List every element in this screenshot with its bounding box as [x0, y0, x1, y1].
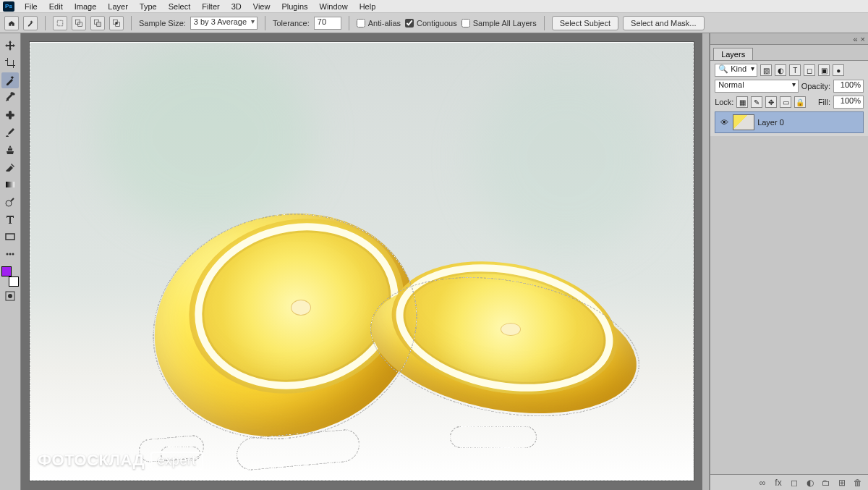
filter-toggle-icon[interactable]: ●	[833, 64, 844, 76]
options-bar: Sample Size: 3 by 3 Average Tolerance: 7…	[0, 13, 868, 33]
tolerance-input[interactable]: 70	[314, 17, 341, 30]
menu-layer[interactable]: Layer	[102, 2, 134, 11]
home-icon[interactable]	[4, 16, 19, 30]
type-tool-icon[interactable]	[1, 211, 19, 227]
delete-layer-icon[interactable]: 🗑	[852, 477, 864, 489]
canvas-area: ФОТОСКЛАД expert	[21, 33, 702, 490]
more-tools-icon[interactable]	[1, 246, 19, 262]
separator	[131, 16, 132, 30]
filter-type-icon[interactable]: T	[789, 64, 801, 76]
app-logo-icon: Ps	[3, 1, 14, 12]
sample-all-layers-checkbox[interactable]	[461, 19, 470, 28]
layer-name[interactable]: Layer 0	[757, 118, 784, 127]
lock-transparency-icon[interactable]: ▦	[736, 96, 748, 108]
svg-rect-9	[9, 111, 12, 119]
layer-visibility-icon[interactable]: 👁	[718, 118, 730, 127]
layers-panel-footer: ∞ fx ◻ ◐ 🗀 ⊞ 🗑	[710, 474, 868, 490]
contiguous-option[interactable]: Contiguous	[405, 19, 457, 28]
fill-input[interactable]: 100%	[833, 96, 864, 109]
menu-image[interactable]: Image	[69, 2, 103, 11]
magic-wand-tool-icon[interactable]	[1, 72, 19, 88]
subject-lemon-right	[370, 256, 638, 437]
select-subject-button[interactable]: Select Subject	[552, 16, 618, 30]
svg-rect-7	[116, 22, 118, 24]
menu-view[interactable]: View	[247, 2, 276, 11]
layer-group-icon[interactable]: 🗀	[820, 477, 832, 489]
subtract-selection-icon[interactable]	[90, 16, 105, 30]
contiguous-checkbox[interactable]	[405, 19, 414, 28]
contiguous-label: Contiguous	[417, 19, 457, 28]
menu-filter[interactable]: Filter	[196, 2, 225, 11]
lock-all-icon[interactable]: 🔒	[794, 96, 806, 108]
eyedropper-tool-icon[interactable]	[1, 90, 19, 106]
separator	[45, 16, 46, 30]
menu-file[interactable]: File	[19, 2, 43, 11]
separator	[544, 16, 545, 30]
link-layers-icon[interactable]: ∞	[757, 477, 768, 489]
close-panel-icon[interactable]: ×	[861, 35, 865, 43]
sample-all-layers-option[interactable]: Sample All Layers	[461, 19, 537, 28]
menu-3d[interactable]: 3D	[226, 2, 247, 11]
menu-edit[interactable]: Edit	[43, 2, 69, 11]
opacity-label: Opacity:	[801, 82, 830, 90]
sample-size-select[interactable]: 3 by 3 Average	[190, 17, 258, 30]
filter-adjust-icon[interactable]: ◐	[775, 64, 786, 76]
anti-alias-option[interactable]: Anti-alias	[357, 19, 401, 28]
tool-preset-icon[interactable]	[23, 16, 38, 30]
filter-pixel-icon[interactable]: ▧	[760, 64, 772, 76]
intersect-selection-icon[interactable]	[109, 16, 124, 30]
lock-artboard-icon[interactable]: ▭	[780, 96, 791, 108]
panel-tabs: Layers	[710, 45, 868, 61]
collapse-panel-icon[interactable]: «	[853, 35, 857, 43]
separator	[265, 16, 265, 30]
add-selection-icon[interactable]	[72, 16, 86, 30]
tab-layers[interactable]: Layers	[713, 48, 753, 60]
svg-point-17	[8, 294, 12, 298]
gradient-tool-icon[interactable]	[1, 177, 19, 193]
filter-smart-icon[interactable]: ▣	[818, 64, 830, 76]
brush-tool-icon[interactable]	[1, 124, 19, 140]
dodge-tool-icon[interactable]	[1, 194, 19, 210]
layer-row[interactable]: 👁 Layer 0	[715, 111, 864, 133]
select-and-mask-button[interactable]: Select and Mask...	[623, 16, 705, 30]
svg-point-13	[7, 253, 9, 255]
new-selection-icon[interactable]	[53, 16, 67, 30]
foreground-color-swatch[interactable]	[1, 266, 12, 276]
menu-bar: Ps File Edit Image Layer Type Select Fil…	[0, 0, 868, 13]
color-swatches[interactable]	[1, 266, 19, 287]
menu-type[interactable]: Type	[134, 2, 163, 11]
svg-point-15	[12, 253, 14, 255]
watermark-tag: expert	[150, 452, 203, 470]
lock-pixels-icon[interactable]: ✎	[751, 96, 762, 108]
collapsed-panel-well[interactable]	[702, 33, 710, 490]
layers-panel: 🔍 Kind ▧ ◐ T ◻ ▣ ● Normal Opacity: 100% …	[710, 61, 868, 136]
svg-point-14	[9, 253, 12, 255]
eraser-tool-icon[interactable]	[1, 159, 19, 175]
quick-mask-icon[interactable]	[1, 288, 19, 304]
rectangle-tool-icon[interactable]	[1, 229, 19, 245]
filter-shape-icon[interactable]: ◻	[804, 64, 815, 76]
adjustment-layer-icon[interactable]: ◐	[804, 477, 816, 489]
crop-tool-icon[interactable]	[1, 55, 19, 71]
menu-plugins[interactable]: Plugins	[276, 2, 313, 11]
background-color-swatch[interactable]	[9, 276, 19, 287]
layer-fx-icon[interactable]: fx	[773, 477, 784, 489]
opacity-input[interactable]: 100%	[833, 80, 864, 93]
menu-select[interactable]: Select	[163, 2, 197, 11]
work-area: ФОТОСКЛАД expert « × Layers 🔍 Kind ▧ ◐ T…	[0, 33, 868, 490]
layer-mask-icon[interactable]: ◻	[788, 477, 800, 489]
sample-all-layers-label: Sample All Layers	[473, 19, 537, 28]
lock-position-icon[interactable]: ✥	[765, 96, 777, 108]
new-layer-icon[interactable]: ⊞	[836, 477, 848, 489]
layer-thumbnail[interactable]	[733, 114, 754, 130]
clone-stamp-tool-icon[interactable]	[1, 142, 19, 158]
blend-mode-select[interactable]: Normal	[715, 80, 799, 93]
menu-help[interactable]: Help	[354, 2, 382, 11]
document-canvas[interactable]: ФОТОСКЛАД expert	[30, 42, 694, 481]
menu-window[interactable]: Window	[314, 2, 354, 11]
layer-filter-kind-select[interactable]: 🔍 Kind	[715, 64, 757, 77]
anti-alias-checkbox[interactable]	[357, 19, 365, 28]
spot-heal-tool-icon[interactable]	[1, 107, 19, 123]
move-tool-icon[interactable]	[1, 38, 19, 54]
svg-rect-10	[6, 182, 14, 187]
